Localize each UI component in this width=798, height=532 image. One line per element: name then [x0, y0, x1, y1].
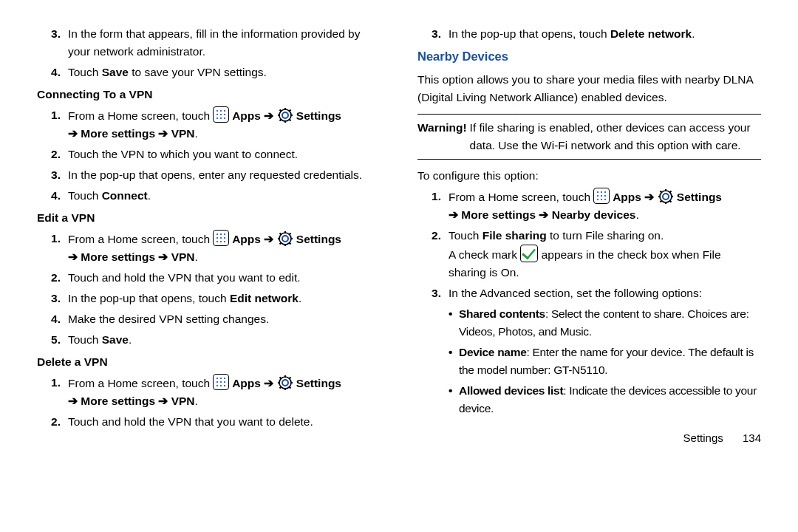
- step-text: Make the desired VPN setting changes.: [68, 310, 381, 328]
- step-text: In the form that appears, fill in the in…: [68, 25, 381, 61]
- step-number: 3.: [425, 284, 441, 420]
- gear-icon: [277, 375, 293, 391]
- list-item: 3. In the form that appears, fill in the…: [37, 25, 381, 61]
- apps-icon: [213, 230, 229, 246]
- footer-page-number: 134: [743, 432, 761, 444]
- list-item: 3. In the Advanced section, set the foll…: [417, 284, 761, 420]
- step-text: From a Home screen, touch Apps ➔ Setting…: [449, 188, 761, 224]
- step-text: From a Home screen, touch Apps ➔ Setting…: [68, 230, 381, 266]
- list-item: 2. Touch and hold the VPN that you want …: [37, 413, 381, 431]
- step-text: Touch and hold the VPN that you want to …: [68, 269, 381, 287]
- list-item: 2. Touch and hold the VPN that you want …: [37, 269, 381, 287]
- list-item: 2. Touch File sharing to turn File shari…: [417, 227, 761, 282]
- list-item: 1. From a Home screen, touch Apps ➔ Sett…: [37, 374, 381, 410]
- right-column: 3. In the pop-up that opens, touch Delet…: [417, 22, 761, 446]
- list-item: 1. From a Home screen, touch Apps ➔ Sett…: [417, 188, 761, 224]
- step-number: 4.: [44, 64, 61, 81]
- list-item: 3. In the pop-up that opens, enter any r…: [37, 166, 381, 184]
- step-number: 4.: [44, 187, 61, 205]
- step-number: 1.: [44, 230, 61, 266]
- manual-page: 3. In the form that appears, fill in the…: [0, 0, 798, 457]
- list-item: 4. Touch Connect.: [37, 187, 381, 205]
- bullet-item: •Device name: Enter the name for your de…: [449, 344, 761, 379]
- bullet-item: •Shared contents: Select the content to …: [449, 305, 761, 341]
- apps-icon: [213, 106, 229, 123]
- list-item: 5. Touch Save.: [37, 331, 381, 349]
- list-item: 2. Touch the VPN to which you want to co…: [37, 146, 381, 163]
- step-text: Touch Save to save your VPN settings.: [68, 64, 381, 81]
- intro-text: This option allows you to share your med…: [417, 71, 761, 106]
- step-text: In the pop-up that opens, touch Edit net…: [68, 290, 381, 307]
- gear-icon: [277, 107, 293, 123]
- step-text: Touch File sharing to turn File sharing …: [449, 227, 761, 282]
- list-item: 3. In the pop-up that opens, touch Delet…: [417, 25, 761, 43]
- subhead-edit: Edit a VPN: [37, 209, 381, 227]
- step-number: 4.: [44, 310, 61, 328]
- footer-section: Settings: [683, 432, 723, 444]
- warning-box: Warning! If file sharing is enabled, oth…: [417, 114, 761, 160]
- step-text: From a Home screen, touch Apps ➔ Setting…: [68, 374, 381, 410]
- step-text: From a Home screen, touch Apps ➔ Setting…: [68, 106, 381, 143]
- checkmark-icon: [520, 245, 538, 262]
- gear-icon: [277, 231, 293, 247]
- subhead-delete: Delete a VPN: [37, 353, 381, 371]
- gear-icon: [658, 188, 674, 205]
- step-number: 1.: [44, 374, 61, 410]
- list-item: 4. Make the desired VPN setting changes.: [37, 310, 381, 328]
- step-text: Touch and hold the VPN that you want to …: [68, 413, 381, 431]
- list-item: 3. In the pop-up that opens, touch Edit …: [37, 290, 381, 307]
- subhead-connecting: Connecting To a VPN: [37, 86, 381, 103]
- configure-intro: To configure this option:: [417, 167, 761, 185]
- page-footer: Settings 134: [417, 423, 761, 446]
- step-text: In the pop-up that opens, enter any requ…: [68, 166, 381, 184]
- step-text: Touch Save.: [68, 331, 381, 349]
- warning-text: If file sharing is enabled, other device…: [470, 119, 761, 154]
- step-text: Touch the VPN to which you want to conne…: [68, 146, 381, 163]
- step-text: In the Advanced section, set the followi…: [449, 284, 761, 420]
- step-number: 3.: [44, 290, 61, 307]
- step-text: In the pop-up that opens, touch Delete n…: [449, 25, 761, 43]
- apps-icon: [593, 188, 610, 204]
- list-item: 4. Touch Save to save your VPN settings.: [37, 64, 381, 81]
- step-number: 3.: [44, 166, 61, 184]
- step-number: 3.: [44, 25, 61, 61]
- step-number: 5.: [44, 331, 61, 349]
- apps-icon: [213, 374, 229, 390]
- left-column: 3. In the form that appears, fill in the…: [37, 22, 381, 446]
- step-number: 2.: [44, 413, 61, 431]
- warning-label: Warning!: [417, 119, 467, 154]
- step-number: 1.: [44, 106, 61, 143]
- step-number: 1.: [425, 188, 441, 224]
- bullet-item: •Allowed devices list: Indicate the devi…: [449, 382, 761, 417]
- step-number: 2.: [44, 146, 61, 163]
- step-text: Touch Connect.: [68, 187, 381, 205]
- step-number: 3.: [425, 25, 441, 43]
- step-number: 2.: [44, 269, 61, 287]
- step-number: 2.: [425, 227, 441, 282]
- list-item: 1. From a Home screen, touch Apps ➔ Sett…: [37, 106, 381, 143]
- list-item: 1. From a Home screen, touch Apps ➔ Sett…: [37, 230, 381, 266]
- section-nearby-devices: Nearby Devices: [417, 47, 761, 66]
